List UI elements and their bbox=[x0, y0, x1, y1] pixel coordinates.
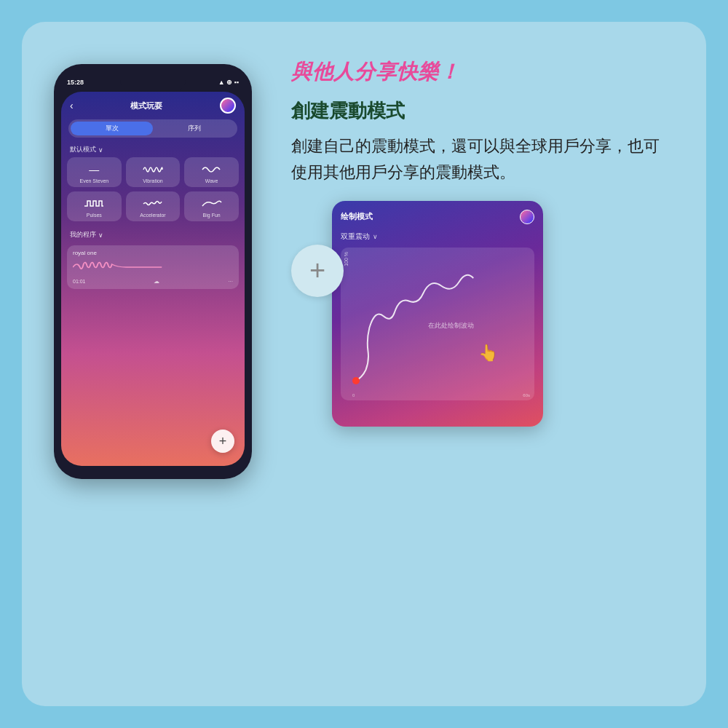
canvas-area[interactable]: 100 % 在此处绘制波动 👆 0 60s bbox=[341, 248, 534, 400]
section-heading: 創建震動模式 bbox=[291, 99, 674, 124]
program-card[interactable]: royal one 01:01 ☁ ··· bbox=[67, 245, 239, 289]
program-waveform bbox=[73, 258, 233, 276]
draw-card-selector[interactable]: 双重震动 ∨ bbox=[341, 232, 534, 242]
mode-vibration[interactable]: Vibration bbox=[126, 157, 181, 187]
x-start-label: 0 bbox=[352, 393, 355, 397]
selector-chevron-icon: ∨ bbox=[373, 233, 378, 240]
mode-accelerator[interactable]: Accelerator bbox=[126, 191, 181, 221]
program-title: royal one bbox=[73, 250, 233, 256]
app-logo-small bbox=[220, 98, 236, 114]
mode-even-steven[interactable]: — Even Steven bbox=[67, 157, 122, 187]
x-axis-labels: 0 60s bbox=[352, 393, 530, 397]
draw-card-logo bbox=[520, 210, 534, 224]
wave-icon bbox=[202, 163, 222, 176]
mode-wave[interactable]: Wave bbox=[184, 157, 239, 187]
tab-single[interactable]: 單次 bbox=[71, 122, 153, 135]
pulses-icon bbox=[84, 197, 104, 210]
vibration-icon bbox=[143, 163, 163, 176]
phone-fab-button[interactable]: + bbox=[211, 430, 234, 453]
mode-big-fun[interactable]: Big Fun bbox=[184, 191, 239, 221]
program-upload-icon: ☁ bbox=[154, 278, 159, 285]
tab-sequence[interactable]: 序列 bbox=[153, 122, 235, 135]
draw-card-header: 绘制模式 bbox=[341, 210, 534, 224]
status-icons: ▲ ⊕ ▪▪ bbox=[218, 79, 239, 86]
program-footer: 01:01 ☁ ··· bbox=[73, 278, 233, 285]
phone-device: 15:28 ▲ ⊕ ▪▪ ‹ 模式玩耍 單次 序列 默认模式 ∨ bbox=[54, 64, 252, 479]
selector-label: 双重震动 bbox=[341, 232, 370, 242]
program-more-icon[interactable]: ··· bbox=[228, 278, 233, 285]
even-steven-icon: — bbox=[89, 163, 99, 176]
mode-grid: — Even Steven Vibration Wave bbox=[61, 157, 245, 221]
phone-tabs: 單次 序列 bbox=[68, 119, 237, 138]
back-button[interactable]: ‹ bbox=[70, 100, 74, 111]
right-content: 與他人分享快樂！ 創建震動模式 創建自己的震動模式，還可以與全球用戶分享，也可使… bbox=[291, 57, 674, 427]
phone-screen-title: 模式玩耍 bbox=[130, 100, 162, 111]
phone-header: ‹ 模式玩耍 bbox=[61, 92, 245, 116]
x-end-label: 60s bbox=[523, 393, 530, 397]
draw-card: 绘制模式 双重震动 ∨ 100 % 在此处绘制波动 👆 bbox=[332, 201, 543, 427]
draw-card-title: 绘制模式 bbox=[341, 211, 373, 222]
mode-pulses[interactable]: Pulses bbox=[67, 191, 122, 221]
vibration-label: Vibration bbox=[143, 178, 163, 183]
pulses-label: Pulses bbox=[87, 213, 102, 218]
big-fun-icon bbox=[202, 197, 222, 210]
section-my-label: 我的程序 ∨ bbox=[61, 226, 245, 242]
accelerator-label: Accelerator bbox=[140, 213, 165, 218]
plus-button[interactable]: + bbox=[291, 245, 344, 297]
canvas-hint-text: 在此处绘制波动 bbox=[428, 321, 474, 331]
start-dot bbox=[352, 377, 360, 384]
phone-screen: ‹ 模式玩耍 單次 序列 默认模式 ∨ — Even Steven bbox=[61, 92, 245, 466]
accelerator-icon bbox=[143, 197, 163, 210]
program-time: 01:01 bbox=[73, 279, 86, 284]
description-text: 創建自己的震動模式，還可以與全球用戶分享，也可使用其他用戶分享的震動模式。 bbox=[291, 133, 674, 184]
even-steven-label: Even Steven bbox=[79, 178, 108, 183]
hand-cursor-icon: 👆 bbox=[478, 344, 498, 363]
draw-area: + 绘制模式 双重震动 ∨ 100 % 在此处绘制波动 bbox=[291, 201, 674, 427]
wave-label: Wave bbox=[205, 178, 218, 183]
main-card: 15:28 ▲ ⊕ ▪▪ ‹ 模式玩耍 單次 序列 默认模式 ∨ bbox=[22, 22, 706, 706]
section-default-label: 默认模式 ∨ bbox=[61, 141, 245, 157]
status-time: 15:28 bbox=[67, 79, 84, 86]
phone-mockup: 15:28 ▲ ⊕ ▪▪ ‹ 模式玩耍 單次 序列 默认模式 ∨ bbox=[54, 64, 265, 479]
phone-notch bbox=[120, 74, 186, 90]
tagline-text: 與他人分享快樂！ bbox=[291, 60, 674, 84]
big-fun-label: Big Fun bbox=[203, 213, 221, 218]
